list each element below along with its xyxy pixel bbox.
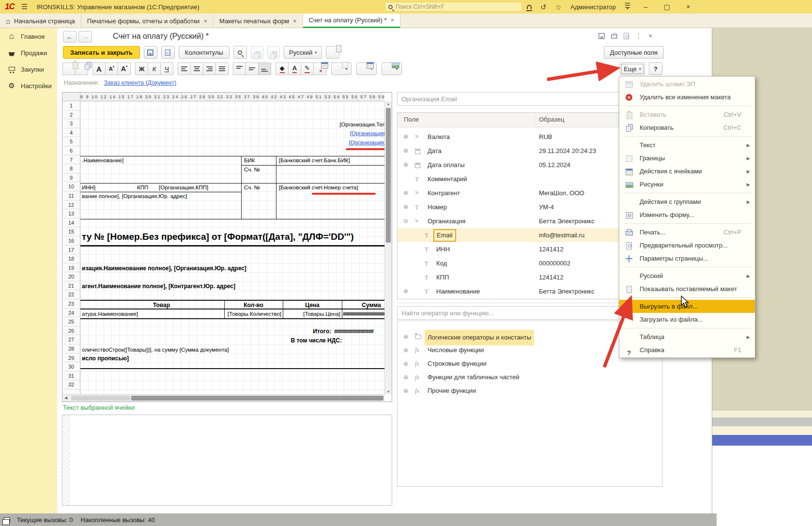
cell-kpp-label[interactable]: КПП (137, 183, 148, 192)
menu-item-8[interactable]: Рисунки▶ (619, 178, 755, 191)
cell-org-fullname[interactable]: вание полное], [Организация.Юр. адрес] (82, 192, 187, 201)
row-header[interactable]: 29 (62, 354, 80, 363)
valign-top-button[interactable] (233, 62, 246, 75)
cell-org-line[interactable]: изация.Наименование полное], [Организаци… (82, 264, 246, 273)
row-header[interactable]: 25 (62, 317, 80, 326)
column-headers[interactable]: 8 9 10 12 14 15 17 18 20 21 23 24 26 27 … (80, 93, 384, 101)
selected-cell-text-area[interactable] (62, 415, 392, 506)
pen-color-button[interactable]: ✎ (301, 62, 314, 75)
sheet-content[interactable]: [Организация.Телефон] [Организация.Сайт]… (80, 101, 384, 394)
cell-nomen[interactable]: атура.Наименование] (82, 309, 138, 319)
align-right-button[interactable] (203, 62, 216, 75)
column-divider[interactable] (536, 115, 536, 125)
headers-footers-button[interactable]: Колонтитулы (179, 46, 230, 59)
horizontal-scrollbar[interactable]: ◀ (62, 394, 384, 402)
scroll-left-icon[interactable]: ◀ (64, 395, 67, 402)
align-justify-button[interactable] (215, 62, 229, 75)
tab-close-icon[interactable]: × (391, 16, 395, 24)
row-header[interactable]: 28 (62, 344, 80, 354)
tab-close-icon[interactable]: × (293, 17, 297, 25)
sidebar-item-sales[interactable]: Продажи (0, 45, 57, 61)
cell-price[interactable]: [Товары.Цена] (283, 309, 340, 319)
scroll-track[interactable] (131, 396, 383, 401)
expand-icon[interactable]: ⊕ (403, 200, 408, 214)
row-header[interactable]: 6 (62, 146, 80, 155)
assignment-link[interactable]: Заказ клиента (Документ) (104, 79, 176, 86)
history-icon[interactable]: ↺ (540, 3, 547, 11)
row-header[interactable]: 11 (62, 191, 80, 201)
cell-account-label[interactable]: Сч. № (244, 165, 260, 174)
expand-icon[interactable]: ⊕ (403, 371, 408, 384)
font-color-button[interactable]: А (288, 62, 301, 75)
scroll-down-icon[interactable]: ▼ (385, 390, 392, 393)
menu-item-7[interactable]: Действия с ячейками▶ (619, 165, 755, 178)
global-search-input[interactable]: Поиск Ctrl+Shift+F (385, 2, 522, 12)
menu-item-14[interactable]: Русский▶ (619, 269, 755, 282)
borders-dropdown[interactable]: ▾ (331, 62, 352, 75)
picture-dropdown[interactable]: ▾ (382, 62, 402, 75)
copy-style-button-2[interactable] (267, 46, 280, 59)
cell-account-label-2[interactable]: Сч. № (244, 183, 260, 192)
close-icon[interactable]: × (648, 32, 652, 40)
cell-site[interactable]: [Организация.Сайт] (226, 129, 384, 138)
main-menu-icon[interactable]: ☰ (21, 2, 28, 11)
paste-button[interactable] (62, 62, 76, 75)
cell-bank-name[interactable]: .Наименование] (82, 156, 123, 165)
fill-color-button[interactable]: ◆ (276, 62, 289, 75)
menu-item-12[interactable]: Предварительный просмотр... (619, 239, 755, 252)
row-header[interactable]: 30 (62, 362, 80, 371)
find-button[interactable] (233, 46, 247, 59)
tab-layouts[interactable]: Макеты печатных форм × (214, 14, 303, 28)
save-icon[interactable] (598, 33, 605, 39)
row-header[interactable]: 15 (62, 227, 80, 236)
expand-icon[interactable]: ⊕ (403, 284, 408, 298)
cell-nds[interactable]: В том числе НДС: (264, 336, 342, 345)
cell-itogo-label[interactable]: Итого: (264, 327, 331, 336)
save-and-close-button[interactable]: Записать и закрыть (63, 46, 140, 59)
row-header[interactable]: 5 (62, 137, 80, 146)
cell-bik-label[interactable]: БИК (244, 156, 255, 165)
copy-style-button[interactable] (251, 46, 263, 59)
expand-icon[interactable]: ⊕ (403, 186, 408, 200)
current-user[interactable]: Администратор (570, 3, 616, 11)
row-header[interactable]: 2 (62, 110, 80, 120)
scroll-thumb[interactable] (386, 108, 391, 243)
row-header[interactable]: 24 (62, 309, 80, 318)
cell-itogo-sum[interactable]: ############### (334, 327, 384, 336)
column-field[interactable]: Поле (404, 116, 419, 123)
bold-button[interactable]: Ж (135, 62, 148, 75)
menu-item-9[interactable]: Действия с группами▶ (619, 195, 755, 208)
align-left-button[interactable] (178, 62, 191, 75)
layout-view-button[interactable] (326, 46, 339, 59)
row-header[interactable]: 7 (62, 155, 80, 165)
forward-button[interactable]: → (78, 31, 92, 43)
more-dots-icon[interactable]: ⋮ (635, 32, 642, 40)
spreadsheet[interactable]: 8 9 10 12 14 15 17 18 20 21 23 24 26 27 … (62, 92, 392, 402)
cell-doc-title[interactable]: ту № [Номер.Без префикса] от [Формат([Да… (82, 228, 384, 246)
expand-icon[interactable]: ⊕ (403, 330, 408, 343)
row-header[interactable]: 10 (62, 182, 80, 191)
valign-middle-button[interactable] (245, 62, 259, 75)
available-fields-button[interactable]: Доступные поля (604, 46, 664, 59)
row-header[interactable]: 20 (62, 272, 80, 281)
menu-item-2[interactable]: Удалить все изменения макета (619, 91, 755, 104)
row-header[interactable]: 18 (62, 254, 80, 263)
italic-button[interactable]: К (148, 62, 161, 75)
row-headers[interactable]: 1234567891011121314151617181920212223242… (62, 101, 80, 394)
row-header[interactable]: 8 (62, 164, 80, 173)
sidebar-item-main[interactable]: Главное (0, 28, 57, 45)
language-select[interactable]: Русский▾ (284, 46, 322, 59)
cell-total-line[interactable]: оличествоСтрок([Товары])], на сумму [Сум… (82, 345, 229, 355)
expand-icon[interactable]: ⊕ (403, 357, 408, 371)
cell-words-line[interactable]: исло прописью] (82, 354, 129, 363)
preview-icon[interactable] (624, 33, 629, 39)
cell-contragent-line[interactable]: агент.Наименование полное], [Контрагент.… (82, 282, 235, 291)
cell-email[interactable]: [Организация.Email] (226, 138, 384, 147)
align-center-button[interactable] (190, 62, 203, 75)
expand-icon[interactable]: ⊕ (403, 343, 408, 357)
maximize-button[interactable]: ▢ (660, 3, 673, 11)
menu-item-13[interactable]: Параметры страницы... (619, 252, 755, 265)
tab-invoice-active[interactable]: Счет на оплату (Русский) * × (303, 14, 401, 28)
tab-print-forms[interactable]: Печатные формы, отчеты и обработки × (81, 14, 214, 28)
row-header[interactable]: 14 (62, 218, 80, 228)
